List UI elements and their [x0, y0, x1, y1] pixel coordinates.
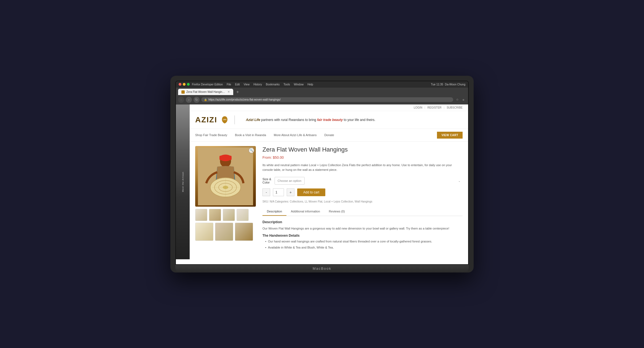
thumbnail-3[interactable]: [223, 209, 235, 221]
tab-content: Description Our Woven Flat Wall Hangings…: [262, 216, 463, 255]
nav-visit[interactable]: Book a Visit in Rwanda: [231, 132, 270, 138]
tagline-highlight: fair trade beauty: [317, 118, 343, 122]
product-price: From: $50.00: [262, 155, 463, 160]
forward-button[interactable]: ›: [186, 97, 192, 103]
artisan-label: Meet the Artisan: [182, 172, 184, 192]
nav-about[interactable]: More About Azizi Life & Artisans: [270, 132, 320, 138]
quantity-row: - + Add to cart: [262, 188, 463, 196]
sku-label: SKU:: [262, 200, 269, 203]
menu-help[interactable]: Help: [307, 83, 313, 86]
new-tab-button[interactable]: +: [234, 89, 241, 95]
detail-item-1: Our hand woven wall hangings are crafted…: [265, 239, 463, 244]
tagline: Azizi Life partners with rural Rwandans …: [240, 118, 375, 122]
size-color-row: Size &Color Choose an option ⌄: [262, 177, 463, 185]
thumbnail-1[interactable]: [195, 209, 207, 221]
nav-donate[interactable]: Donate: [320, 132, 338, 138]
toolbar-icons: ☆ ≡: [455, 97, 466, 102]
product-description: Its white and neutral pattern make Local…: [262, 163, 463, 172]
site-header: AZIZI LIFE Azizi Life partners with rura…: [190, 111, 468, 129]
register-link[interactable]: REGISTER: [427, 106, 441, 109]
nav-links: Shop Fair Trade Beauty Book a Visit in R…: [195, 132, 437, 138]
close-button[interactable]: [179, 83, 181, 86]
login-link[interactable]: LOGIN: [414, 106, 422, 109]
url-field[interactable]: 🔒 https://azizlife.com/products/zera-fla…: [201, 97, 453, 102]
minimize-button[interactable]: [183, 83, 186, 86]
page-content: Meet the Artisan LOGIN | REGISTER | SUBS…: [176, 104, 468, 264]
menu-edit[interactable]: Edit: [235, 83, 240, 86]
user-name: Da-Woon Chung: [445, 83, 465, 86]
clock: Tue 11:35: [431, 83, 443, 86]
thumbnail-row-2: [195, 223, 256, 241]
address-bar: ‹ › ↻ 🔒 https://azizlife.com/products/ze…: [176, 95, 468, 104]
menu-history[interactable]: History: [253, 83, 262, 86]
artisan-strip[interactable]: Meet the Artisan: [176, 104, 190, 260]
lock-icon: 🔒: [204, 98, 207, 101]
thumbnail-5[interactable]: [195, 223, 213, 241]
description-heading: Description: [262, 220, 463, 224]
nav-shop[interactable]: Shop Fair Trade Beauty: [195, 132, 231, 138]
site-nav: Shop Fair Trade Beauty Book a Visit in R…: [190, 129, 468, 142]
quantity-input[interactable]: [273, 188, 284, 196]
description-intro: Our Woven Flat Wall Hangings are a gorge…: [262, 226, 463, 231]
svg-text:LIFE: LIFE: [223, 119, 227, 120]
refresh-button[interactable]: ↻: [194, 97, 200, 103]
url-text: https://azizlife.com/products/zera-flat-…: [208, 98, 281, 101]
logo-text: AZIZI: [195, 115, 217, 124]
bookmark-icon[interactable]: ☆: [455, 97, 460, 102]
product-page: 🔍: [190, 142, 468, 260]
tab-additional-info[interactable]: Additional information: [286, 207, 324, 216]
menu-view[interactable]: View: [244, 83, 250, 86]
menu-icon[interactable]: ≡: [461, 97, 466, 102]
tab-favicon: [181, 90, 185, 94]
size-label: Size &Color: [262, 177, 271, 184]
thumbnail-4[interactable]: [237, 209, 249, 221]
logo-africa-icon: LIFE: [221, 116, 229, 124]
tagline-brand: Azizi Life: [246, 118, 260, 122]
back-button[interactable]: ‹: [178, 97, 184, 103]
divider1: |: [425, 106, 425, 109]
thumbnail-2[interactable]: [209, 209, 221, 221]
menu-file[interactable]: File: [227, 83, 231, 86]
sku-value: N/A: [270, 200, 274, 203]
subscribe-link[interactable]: SUBSCRIBE: [447, 106, 463, 109]
product-tabs: Description Additional information Revie…: [262, 207, 463, 216]
title-bar: Firefox Developer Edition File Edit View…: [176, 81, 468, 88]
view-cart-button[interactable]: VIEW CART: [437, 132, 463, 139]
tab-close-icon[interactable]: ✕: [227, 90, 230, 94]
product-meta: SKU: N/A Categories: Collections, LL Wov…: [262, 200, 463, 203]
thumbnail-6[interactable]: [215, 223, 233, 241]
quantity-decrease-button[interactable]: -: [262, 188, 270, 196]
traffic-lights: [179, 83, 190, 86]
size-select-wrapper: Choose an option ⌄: [275, 177, 463, 185]
logo-area[interactable]: AZIZI LIFE: [195, 115, 235, 124]
tab-title: Zera Flat Woven Wall Hangings...: [186, 90, 226, 93]
thumbnail-7[interactable]: [235, 223, 253, 241]
thumbnail-row-1: [195, 209, 256, 221]
tab-list: Description Additional information Revie…: [262, 207, 463, 216]
maximize-button[interactable]: [187, 83, 190, 86]
detail-item-2: Available in White & Tea and Blush, Whit…: [265, 245, 463, 250]
divider2: |: [444, 106, 445, 109]
system-icons: Tue 11:35 Da-Woon Chung: [431, 83, 465, 86]
menu-window[interactable]: Window: [294, 83, 304, 86]
details-list: Our hand woven wall hangings are crafted…: [262, 239, 463, 250]
menu-bar: Firefox Developer Edition File Edit View…: [192, 83, 429, 86]
product-gallery: 🔍: [195, 146, 256, 255]
product-illustration: [198, 147, 253, 205]
quantity-increase-button[interactable]: +: [287, 188, 294, 196]
product-title: Zera Flat Woven Wall Hangings: [262, 146, 463, 153]
zoom-icon[interactable]: 🔍: [249, 148, 254, 153]
tab-description[interactable]: Description: [262, 207, 286, 216]
tab-reviews[interactable]: Reviews (0): [324, 207, 349, 216]
main-product-image[interactable]: 🔍: [195, 146, 256, 207]
categories-label: Categories:: [275, 200, 289, 203]
active-tab[interactable]: Zera Flat Woven Wall Hangings... ✕: [178, 89, 233, 95]
categories-value[interactable]: Collections, LL Woven Flat, Local + Lejo…: [290, 200, 372, 203]
top-bar: LOGIN | REGISTER | SUBSCRIBE: [190, 104, 468, 111]
add-to-cart-button[interactable]: Add to cart: [297, 188, 325, 196]
menu-bookmarks[interactable]: Bookmarks: [266, 83, 280, 86]
menu-app[interactable]: Firefox Developer Edition: [192, 83, 223, 86]
size-color-select[interactable]: Choose an option: [275, 177, 305, 185]
tab-bar: Zera Flat Woven Wall Hangings... ✕ +: [176, 88, 468, 95]
menu-tools[interactable]: Tools: [283, 83, 290, 86]
